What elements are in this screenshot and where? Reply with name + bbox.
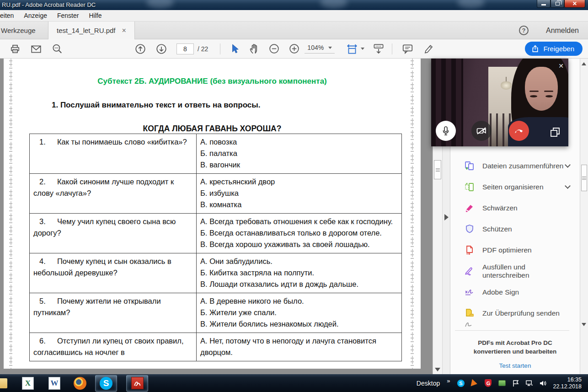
panel-collapse-arrow-icon[interactable] bbox=[444, 214, 449, 220]
sidebar-item-pdf-optimieren[interactable]: PDF optimieren bbox=[450, 240, 580, 261]
sidebar-item-ausfuellen-unterschreiben[interactable]: Ausfüllen und unterschreiben bbox=[450, 261, 580, 282]
taskbar-file-explorer-button[interactable] bbox=[0, 376, 8, 391]
answer-option: В. Жители боялись незнакомых людей. bbox=[200, 318, 398, 330]
tray-antivirus-shield-icon[interactable]: G bbox=[484, 379, 492, 387]
start-trial-link[interactable]: Test starten bbox=[499, 362, 531, 369]
email-button[interactable] bbox=[28, 42, 44, 56]
sidebar-item-clipped[interactable] bbox=[464, 321, 556, 328]
promo-text-line1: PDFs mit Acrobat Pro DC bbox=[450, 338, 580, 347]
question-cell: 2.Какой синоним лучше подходит к слову «… bbox=[30, 174, 197, 214]
search-button[interactable] bbox=[49, 42, 65, 56]
question-number: 4. bbox=[33, 256, 57, 267]
scroll-up-arrow-icon[interactable] bbox=[582, 62, 586, 65]
microphone-icon bbox=[441, 126, 450, 136]
print-button[interactable] bbox=[7, 42, 23, 56]
sidebar-scrollbar-thumb[interactable] bbox=[581, 165, 587, 191]
question-number: 6. bbox=[33, 335, 57, 347]
tab-document[interactable]: test_14_let_RU.pdf × bbox=[48, 21, 135, 39]
restore-button[interactable] bbox=[551, 0, 564, 8]
arrow-down-circle-icon bbox=[155, 43, 167, 55]
answer-option: А. Они заблудились. bbox=[200, 256, 398, 267]
tray-skype-icon[interactable]: S bbox=[457, 379, 465, 387]
table-row: 5.Почему жители не открывали путникам? А… bbox=[30, 293, 402, 333]
video-close-icon[interactable]: ✕ bbox=[558, 62, 564, 70]
page-number-input[interactable] bbox=[176, 43, 194, 54]
table-row: 3.Чему учил купец своего сына всю дорогу… bbox=[30, 214, 402, 253]
plus-circle-icon bbox=[289, 43, 300, 54]
menu-item-fenster[interactable]: Fenster bbox=[57, 12, 79, 19]
zoom-in-button[interactable] bbox=[286, 42, 302, 56]
taskbar-excel-button[interactable]: X bbox=[20, 376, 36, 391]
pop-out-icon[interactable] bbox=[549, 126, 561, 138]
redact-icon bbox=[464, 203, 475, 213]
taskbar-skype-button[interactable]: S bbox=[95, 375, 117, 392]
tray-app-green-icon[interactable] bbox=[498, 379, 506, 387]
firefox-icon bbox=[74, 377, 86, 390]
taskbar-clock[interactable]: 16:35 22.12.2018 bbox=[553, 376, 583, 390]
taskbar-word-button[interactable]: W bbox=[47, 376, 62, 391]
tray-overflow-chevron[interactable]: » bbox=[447, 377, 450, 384]
acrobat-pro-promo: PDFs mit Acrobat Pro DC konvertieren und… bbox=[450, 338, 580, 370]
microphone-button[interactable] bbox=[436, 121, 456, 141]
menu-bar: eiten Anzeige Fenster Hilfe bbox=[0, 10, 588, 21]
menu-item-anzeige[interactable]: Anzeige bbox=[24, 12, 47, 19]
sign-in-link[interactable]: Anmelden bbox=[546, 27, 579, 35]
tray-network-icon[interactable] bbox=[525, 379, 533, 387]
zoom-out-button[interactable] bbox=[266, 42, 282, 56]
sidebar-item-dateien-zusammenfuehren[interactable]: Dateien zusammenführen bbox=[450, 156, 580, 177]
tray-volume-icon[interactable] bbox=[539, 379, 547, 387]
share-button[interactable]: Freigeben bbox=[525, 42, 583, 56]
video-call-window[interactable]: ✕ bbox=[431, 59, 568, 146]
tab-werkzeuge[interactable]: Werkzeuge bbox=[0, 21, 42, 39]
help-icon[interactable]: ? bbox=[519, 26, 529, 35]
answer-option: Б. Кибитка застряла на полпути. bbox=[200, 267, 398, 279]
answer-option: А. повозка bbox=[200, 136, 398, 148]
tray-flag-icon[interactable] bbox=[512, 379, 519, 387]
fit-width-icon bbox=[346, 43, 358, 55]
highlight-button[interactable] bbox=[421, 42, 436, 56]
answer-option: В. Всегда хорошо ухаживать за своей лоша… bbox=[200, 239, 398, 250]
answer-option: Б. Жители уже спали. bbox=[200, 307, 398, 318]
tray-app-icon[interactable] bbox=[470, 379, 478, 387]
sidebar-item-label: Ausfüllen und unterschreiben bbox=[482, 263, 570, 279]
page-display-button[interactable] bbox=[371, 42, 386, 56]
scroll-down-arrow-icon[interactable] bbox=[435, 368, 440, 371]
comment-button[interactable] bbox=[400, 42, 415, 56]
question-cell: 3.Чему учил купец своего сына всю дорогу… bbox=[30, 214, 197, 253]
tab-close-icon[interactable]: × bbox=[122, 27, 126, 35]
page-decorative-border-right bbox=[411, 59, 414, 369]
share-icon bbox=[531, 45, 539, 53]
chevron-down-icon[interactable] bbox=[565, 162, 571, 168]
sidebar-item-adobe-sign[interactable]: Adobe Sign bbox=[450, 282, 580, 303]
taskbar-firefox-button[interactable] bbox=[72, 376, 88, 391]
chevron-down-icon[interactable] bbox=[565, 183, 571, 189]
sidebar-item-schuetzen[interactable]: Schützen bbox=[450, 219, 580, 240]
menu-item-bearbeiten[interactable]: eiten bbox=[0, 12, 14, 19]
fit-width-button[interactable] bbox=[346, 42, 364, 56]
menu-item-hilfe[interactable]: Hilfe bbox=[89, 12, 102, 19]
sidebar-scrollbar[interactable] bbox=[580, 59, 588, 374]
answer-option: Б. Всегда останавливаться только в дорог… bbox=[200, 227, 398, 239]
close-button[interactable]: ✕ bbox=[564, 0, 585, 8]
clock-time: 16:35 bbox=[553, 376, 582, 383]
hang-up-button[interactable] bbox=[509, 121, 529, 141]
document-scrollbar-thumb[interactable] bbox=[434, 160, 441, 179]
taskbar-acrobat-button[interactable] bbox=[126, 375, 148, 392]
sidebar-item-seiten-organisieren[interactable]: Seiten organisieren bbox=[450, 177, 580, 198]
send-review-icon bbox=[464, 308, 475, 318]
zoom-level-select[interactable]: 104% bbox=[305, 44, 335, 54]
scroll-down-arrow-icon[interactable] bbox=[582, 323, 586, 326]
desktop-toolbar-label[interactable]: Desktop bbox=[417, 380, 440, 387]
chevron-down-icon bbox=[328, 47, 332, 49]
main-toolbar: / 22 104% bbox=[0, 39, 588, 59]
camera-off-button[interactable] bbox=[471, 121, 492, 141]
minimize-button[interactable] bbox=[537, 0, 551, 8]
previous-page-button[interactable] bbox=[133, 42, 148, 56]
hand-tool-button[interactable] bbox=[246, 42, 262, 56]
next-page-button[interactable] bbox=[154, 42, 169, 56]
sidebar-item-label: Adobe Sign bbox=[482, 288, 519, 296]
restore-icon bbox=[556, 2, 560, 5]
adobe-sign-icon bbox=[464, 287, 475, 297]
sidebar-item-schwaerzen[interactable]: Schwärzen bbox=[450, 198, 580, 219]
select-tool-button[interactable] bbox=[227, 42, 242, 56]
